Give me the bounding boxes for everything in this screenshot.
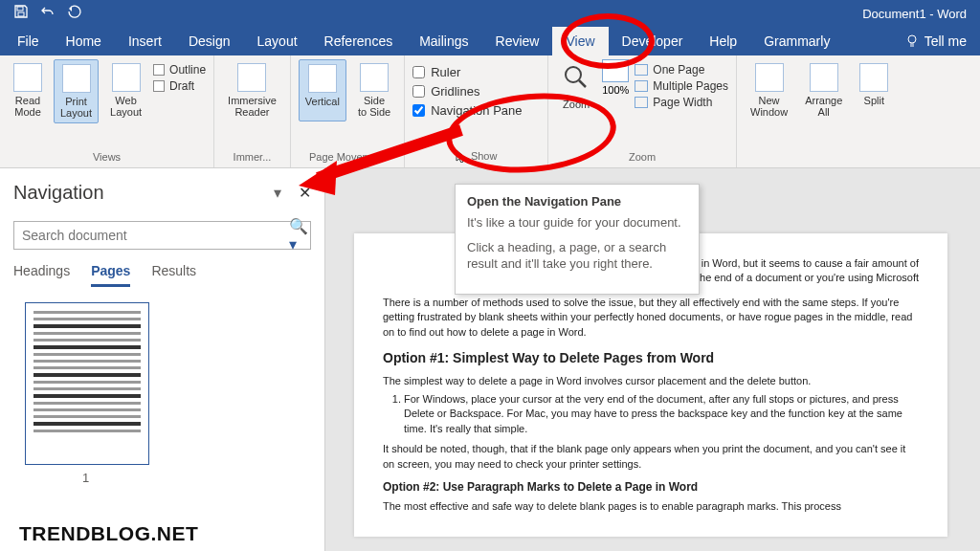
zoom-icon (562, 63, 590, 96)
tab-file[interactable]: File (4, 27, 53, 55)
one-page-button[interactable]: One Page (635, 63, 728, 77)
group-immersive: ImmersiveReader Immer... (214, 55, 291, 167)
navpane-dropdown-icon[interactable]: ▾ (274, 184, 281, 202)
immersive-reader-button[interactable]: ImmersiveReader (222, 59, 282, 121)
zoom-button[interactable]: Zoom (556, 59, 596, 114)
svg-rect-0 (17, 7, 23, 11)
navpane-tabs: Headings Pages Results (13, 263, 311, 287)
draft-button[interactable]: Draft (153, 79, 206, 93)
tab-references[interactable]: References (311, 27, 407, 55)
vertical-button[interactable]: Vertical (299, 59, 346, 121)
tab-layout[interactable]: Layout (244, 27, 311, 55)
tab-view[interactable]: View (552, 27, 608, 55)
group-show: Ruler Gridlines Navigation Pane Show (405, 55, 548, 167)
ribbon-tabs: File Home Insert Design Layout Reference… (0, 27, 980, 55)
tab-developer[interactable]: Developer (609, 27, 697, 55)
navigation-pane: Navigation ▾ ✕ 🔍▾ Headings Pages Results… (0, 168, 325, 551)
search-icon[interactable]: 🔍▾ (289, 217, 310, 253)
multiple-pages-button[interactable]: Multiple Pages (635, 79, 728, 93)
navpane-close-icon[interactable]: ✕ (299, 184, 311, 202)
split-button[interactable]: Split (854, 59, 894, 121)
print-layout-button[interactable]: PrintLayout (54, 59, 99, 123)
ribbon-view: ReadMode PrintLayout WebLayout Outline D… (0, 55, 980, 168)
heading-option1: Option #1: Simplest Way to Delete Pages … (383, 349, 919, 368)
document-title: Document1 - Word (862, 7, 967, 21)
zoom-100-button[interactable]: 100% (602, 59, 629, 96)
search-box[interactable]: 🔍▾ (13, 221, 311, 250)
tab-review[interactable]: Review (482, 27, 553, 55)
title-bar: Document1 - Word (0, 0, 980, 27)
tab-help[interactable]: Help (696, 27, 750, 55)
navigation-pane-checkbox[interactable]: Navigation Pane (412, 103, 522, 118)
group-page-movement: Vertical Sideto Side Page Movement (291, 55, 405, 167)
svg-point-2 (908, 35, 916, 43)
undo-icon[interactable] (40, 4, 56, 23)
tab-home[interactable]: Home (53, 27, 115, 55)
tab-grammarly[interactable]: Grammarly (750, 27, 843, 55)
gridlines-checkbox[interactable]: Gridlines (412, 84, 522, 99)
save-icon[interactable] (13, 4, 29, 23)
tell-me[interactable]: Tell me (905, 33, 976, 49)
navtab-headings[interactable]: Headings (13, 263, 70, 287)
svg-point-3 (566, 67, 581, 82)
page-width-button[interactable]: Page Width (635, 96, 728, 109)
tab-design[interactable]: Design (175, 27, 244, 55)
group-zoom: Zoom 100% One Page Multiple Pages Page W… (548, 55, 737, 167)
cursor-icon (456, 149, 467, 163)
redo-icon[interactable] (67, 4, 82, 23)
group-window: NewWindow ArrangeAll Split Window (737, 55, 902, 167)
thumbnail-page-number: 1 (82, 471, 311, 485)
navtab-pages[interactable]: Pages (91, 263, 130, 287)
quick-access-toolbar (13, 4, 82, 23)
read-mode-button[interactable]: ReadMode (8, 59, 48, 123)
tab-mailings[interactable]: Mailings (406, 27, 481, 55)
new-window-button[interactable]: NewWindow (745, 59, 793, 121)
group-views: ReadMode PrintLayout WebLayout Outline D… (0, 55, 214, 167)
navpane-title: Navigation (13, 182, 104, 204)
search-input[interactable] (14, 228, 289, 243)
svg-rect-1 (18, 12, 24, 16)
navtab-results[interactable]: Results (151, 263, 196, 287)
tab-insert[interactable]: Insert (115, 27, 175, 55)
page-thumbnail-1[interactable] (25, 302, 149, 465)
navigation-pane-tooltip: Open the Navigation Pane It's like a tou… (455, 184, 700, 295)
ruler-checkbox[interactable]: Ruler (412, 65, 522, 79)
bulb-icon (905, 34, 919, 48)
side-to-side-button[interactable]: Sideto Side (352, 59, 396, 121)
arrange-all-button[interactable]: ArrangeAll (799, 59, 848, 121)
watermark-text: TRENDBLOG.NET (19, 522, 204, 545)
heading-option2: Option #2: Use Paragraph Marks to Delete… (383, 479, 919, 496)
web-layout-button[interactable]: WebLayout (104, 59, 147, 123)
outline-button[interactable]: Outline (153, 63, 206, 77)
